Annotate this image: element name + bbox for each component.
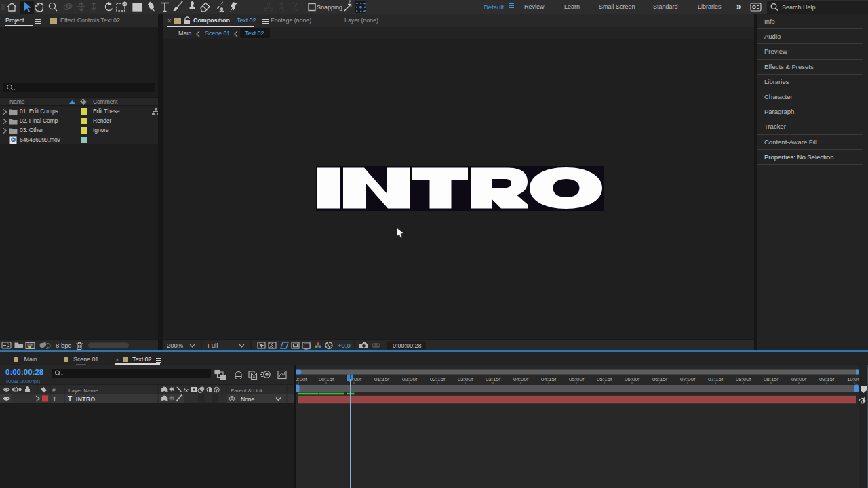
svg-text:Standard: Standard [653, 3, 678, 10]
svg-text:02:15f: 02:15f [430, 376, 446, 382]
svg-text:+0,0: +0,0 [338, 342, 351, 349]
svg-text:03:15f: 03:15f [486, 376, 501, 382]
svg-text:0:00:00:28: 0:00:00:28 [393, 342, 422, 349]
svg-text:»: » [736, 2, 741, 12]
svg-text:Snapping: Snapping [317, 4, 342, 11]
svg-text:None: None [241, 396, 255, 403]
svg-text:Search Help: Search Help [782, 4, 816, 11]
svg-text:09:00f: 09:00f [791, 376, 807, 382]
svg-text:05:00f: 05:00f [569, 376, 585, 382]
svg-text:Full: Full [208, 342, 218, 349]
svg-text:#: # [52, 387, 56, 394]
svg-text:Default: Default [484, 3, 504, 11]
svg-text:fx: fx [184, 387, 189, 394]
svg-text:Parent & Link: Parent & Link [231, 388, 264, 394]
svg-text:0:00f: 0:00f [296, 376, 308, 382]
svg-text:08:00f: 08:00f [736, 376, 751, 382]
svg-text:06:00f: 06:00f [625, 376, 640, 382]
svg-text:Small Screen: Small Screen [599, 3, 635, 10]
svg-text:INTRO: INTRO [76, 396, 95, 403]
svg-text:Layer Name: Layer Name [68, 388, 98, 394]
svg-text:02:00f: 02:00f [402, 376, 418, 382]
svg-text:09:15f: 09:15f [819, 376, 835, 382]
svg-text:07:15f: 07:15f [708, 376, 724, 382]
svg-text:06:15f: 06:15f [652, 376, 668, 382]
svg-text:08:15f: 08:15f [764, 376, 779, 382]
svg-text:04:15f: 04:15f [541, 376, 557, 382]
svg-text:Libraries: Libraries [698, 3, 722, 10]
svg-text:01:15f: 01:15f [374, 376, 390, 382]
svg-text:T: T [68, 395, 72, 403]
svg-text:07:00f: 07:00f [680, 376, 696, 382]
svg-text:200%: 200% [167, 342, 184, 349]
svg-text:Learn: Learn [564, 3, 580, 10]
svg-text:03:00f: 03:00f [458, 376, 473, 382]
svg-text:1: 1 [53, 396, 56, 403]
svg-text:Review: Review [524, 3, 545, 10]
svg-text:04:00f: 04:00f [513, 376, 529, 382]
svg-text:8 bpc: 8 bpc [56, 342, 71, 349]
svg-text:05:15f: 05:15f [597, 376, 612, 382]
svg-text:00:15f: 00:15f [319, 376, 334, 382]
